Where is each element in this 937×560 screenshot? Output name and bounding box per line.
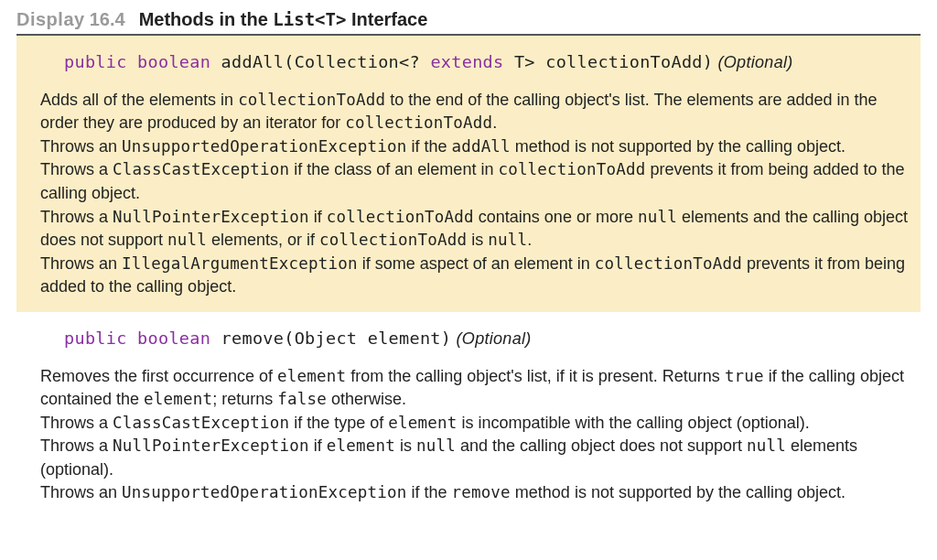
code-text: true [725, 367, 764, 385]
body-text: Throws an [40, 254, 122, 273]
code-text: element [327, 436, 395, 455]
display-word: Display [16, 9, 85, 29]
body-text: Throws a [40, 208, 113, 226]
body-text: and the calling object does not support [456, 436, 747, 455]
method-signature: public boolean addAll(Collection<? exten… [40, 48, 911, 76]
body-text: if the type of [289, 414, 388, 432]
body-text: if the [406, 483, 451, 501]
description-line: Throws a ClassCastException if the type … [40, 412, 911, 436]
body-text: contains one or more [474, 208, 638, 226]
body-text: is [395, 436, 416, 455]
keyword: public [64, 328, 127, 348]
code-text: null [638, 208, 677, 226]
keyword: boolean [137, 328, 210, 348]
body-text: Throws an [40, 483, 122, 501]
method-signature: public boolean remove(Object element) (O… [40, 325, 911, 352]
body-text: Throws a [40, 436, 113, 455]
signature-text: T> collectionToAdd) [503, 52, 713, 71]
code-text: element [277, 367, 346, 385]
body-text: if [309, 436, 327, 455]
description-line: Adds all of the elements in collectionTo… [40, 89, 911, 135]
display-header: Display 16.4 Methods in the List<T> Inte… [16, 9, 921, 36]
signature-text: remove(Object element) [210, 328, 451, 348]
method-block: public boolean addAll(Collection<? exten… [16, 36, 921, 312]
code-text: collectionToAdd [238, 91, 385, 109]
code-text: IllegalArgumentException [122, 254, 358, 273]
display-number: 16.4 [90, 9, 125, 29]
signature-text: addAll(Collection<? [210, 52, 430, 71]
body-text: Throws a [40, 160, 113, 178]
keyword: boolean [137, 52, 210, 71]
methods-container: public boolean addAll(Collection<? exten… [16, 36, 921, 518]
code-text: NullPointerException [113, 208, 309, 226]
code-text: addAll [451, 137, 510, 156]
header-title-code: List<T> [273, 9, 346, 29]
body-text: if [309, 208, 327, 226]
description-line: Removes the first occurrence of element … [40, 365, 911, 412]
code-text: NullPointerException [113, 436, 309, 455]
description-line: Throws an UnsupportedOperationException … [40, 481, 911, 505]
page: Display 16.4 Methods in the List<T> Inte… [0, 0, 937, 534]
body-text: if the class of an element in [289, 160, 498, 178]
code-text: UnsupportedOperationException [122, 137, 406, 156]
header-title-after: Interface [346, 9, 427, 29]
code-text: ClassCastException [113, 414, 289, 432]
body-text: . [527, 231, 532, 249]
header-title-before: Methods in the [139, 9, 274, 29]
code-text: UnsupportedOperationException [122, 483, 406, 501]
keyword: public [64, 52, 127, 71]
description-line: Throws a NullPointerException if collect… [40, 206, 911, 253]
code-text: element [388, 414, 457, 432]
code-text: element [144, 390, 212, 408]
code-text: null [167, 231, 207, 249]
method-block: public boolean remove(Object element) (O… [16, 312, 921, 518]
body-text: is [467, 231, 488, 249]
description-line: Throws an UnsupportedOperationException … [40, 135, 911, 159]
code-text: remove [451, 483, 510, 501]
body-text: otherwise. [327, 390, 406, 408]
code-text: false [277, 390, 327, 408]
code-text: collectionToAdd [327, 208, 474, 226]
body-text: if some aspect of an element in [358, 254, 595, 273]
description-line: Throws a NullPointerException if element… [40, 435, 911, 481]
description-line: Throws a ClassCastException if the class… [40, 158, 911, 205]
code-text: null [416, 436, 456, 455]
body-text: is incompatible with the calling object … [458, 414, 810, 432]
optional-tag: (Optional) [713, 53, 792, 71]
code-text: null [747, 436, 786, 455]
method-description: Adds all of the elements in collectionTo… [40, 89, 911, 299]
code-text: ClassCastException [113, 160, 289, 178]
body-text: method is not supported by the calling o… [511, 483, 845, 501]
code-text: collectionToAdd [319, 231, 467, 249]
code-text: collectionToAdd [595, 254, 742, 273]
body-text: from the calling object's list, if it is… [346, 367, 725, 385]
body-text: Removes the first occurrence of [40, 367, 277, 385]
code-text: collectionToAdd [345, 113, 492, 132]
body-text: Adds all of the elements in [40, 91, 238, 109]
description-line: Throws an IllegalArgumentException if so… [40, 253, 911, 299]
body-text: elements, or if [207, 231, 319, 249]
body-text: . [492, 113, 497, 132]
method-description: Removes the first occurrence of element … [40, 365, 911, 505]
body-text: Throws an [40, 137, 122, 156]
body-text: Throws a [40, 414, 113, 432]
optional-tag: (Optional) [451, 329, 531, 348]
keyword: extends [430, 52, 503, 71]
body-text: if the [406, 137, 451, 156]
code-text: null [488, 231, 527, 249]
body-text: ; returns [212, 390, 277, 408]
body-text: method is not supported by the calling o… [511, 137, 845, 156]
code-text: collectionToAdd [498, 160, 645, 178]
